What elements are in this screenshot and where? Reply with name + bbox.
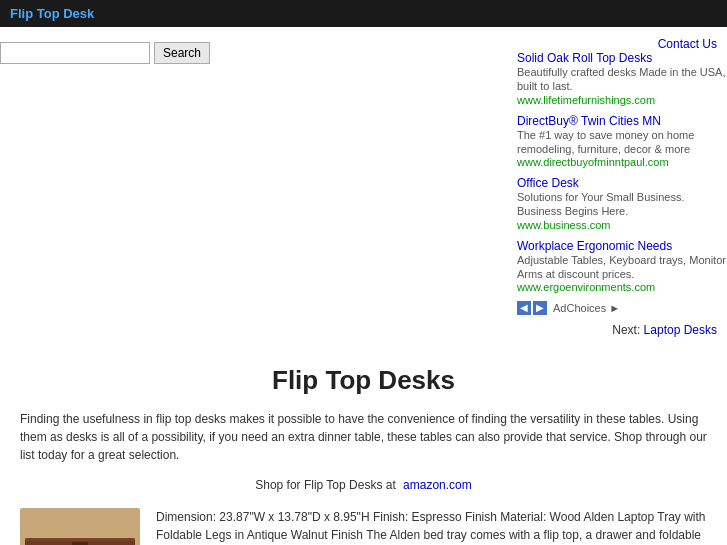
shop-link[interactable]: amazon.com — [403, 478, 472, 492]
ad-desc-1: The #1 way to save money on home remodel… — [517, 128, 727, 157]
ad-title-link-1[interactable]: DirectBuy® Twin Cities MN — [517, 114, 661, 128]
page-title: Flip Top Desks — [20, 365, 707, 396]
top-section: Search Contact Us Solid Oak Roll Top Des… — [0, 27, 727, 337]
ad-title-link-2[interactable]: Office Desk — [517, 176, 579, 190]
shop-prefix: Shop for Flip Top Desks at — [255, 478, 396, 492]
next-label: Next: — [612, 323, 640, 337]
intro-text: Finding the usefulness in flip top desks… — [20, 410, 707, 464]
ad-choices-label: AdChoices ► — [553, 302, 620, 314]
contact-us-link[interactable]: Contact Us — [658, 37, 717, 51]
search-button[interactable]: Search — [154, 42, 210, 64]
ad-item-1: DirectBuy® Twin Cities MN The #1 way to … — [517, 114, 727, 169]
next-line: Next: Laptop Desks — [517, 323, 717, 337]
ad-url-0: www.lifetimefurnishings.com — [517, 94, 727, 106]
ad-title-link-3[interactable]: Workplace Ergonomic Needs — [517, 239, 672, 253]
left-top: Search — [0, 27, 507, 337]
main-content: Flip Top Desks Finding the usefulness in… — [0, 337, 727, 545]
ad-sidebar: Contact Us Solid Oak Roll Top Desks Beau… — [507, 27, 727, 337]
search-input[interactable] — [0, 42, 150, 64]
site-header: Flip Top Desk — [0, 0, 727, 27]
ad-item-3: Workplace Ergonomic Needs Adjustable Tab… — [517, 239, 727, 294]
ad-prev-button[interactable]: ◀ — [517, 301, 531, 315]
svg-rect-5 — [25, 538, 135, 541]
ad-choices-row: ◀ ▶ AdChoices ► — [517, 301, 727, 315]
shop-line: Shop for Flip Top Desks at amazon.com — [20, 478, 707, 492]
ad-desc-3: Adjustable Tables, Keyboard trays, Monit… — [517, 253, 727, 282]
ad-next-button[interactable]: ▶ — [533, 301, 547, 315]
ad-url-3: www.ergoenvironments.com — [517, 281, 727, 293]
ad-url-2: www.business.com — [517, 219, 727, 231]
site-title-link[interactable]: Flip Top Desk — [10, 6, 94, 21]
ad-desc-2: Solutions for Your Small Business. Busin… — [517, 190, 727, 219]
product-desc: Dimension: 23.87"W x 13.78"D x 8.95"H Fi… — [156, 508, 707, 545]
product-image — [20, 508, 140, 545]
ad-list: Solid Oak Roll Top Desks Beautifully cra… — [517, 51, 727, 293]
ad-url-1: www.directbuyofminntpaul.com — [517, 156, 727, 168]
next-link[interactable]: Laptop Desks — [644, 323, 717, 337]
search-row: Search — [0, 42, 507, 64]
ad-item-0: Solid Oak Roll Top Desks Beautifully cra… — [517, 51, 727, 106]
contact-us-area: Contact Us — [517, 37, 717, 51]
ad-title-link-0[interactable]: Solid Oak Roll Top Desks — [517, 51, 652, 65]
ad-desc-0: Beautifully crafted desks Made in the US… — [517, 65, 727, 94]
ad-item-2: Office Desk Solutions for Your Small Bus… — [517, 176, 727, 231]
product-section: Dimension: 23.87"W x 13.78"D x 8.95"H Fi… — [20, 508, 707, 545]
